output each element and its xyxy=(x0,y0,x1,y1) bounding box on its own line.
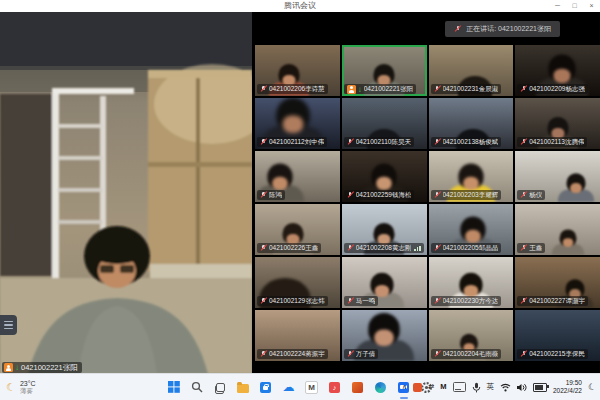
participant-tile[interactable]: 0421002230方今达 xyxy=(429,257,514,308)
volume-icon[interactable] xyxy=(517,383,527,392)
participant-tile[interactable]: 0421002259钱海松 xyxy=(342,151,427,202)
night-mode-icon[interactable]: ☾ xyxy=(587,381,597,393)
search-button[interactable] xyxy=(189,380,204,395)
participant-tile[interactable]: 0421002206李诗慧 xyxy=(255,45,340,96)
mic-muted-icon xyxy=(260,191,267,199)
participant-grid-pane: 正在讲话: 0421002221张阳 0421002206李诗慧↓0421002… xyxy=(255,12,600,374)
close-button[interactable]: × xyxy=(583,0,600,12)
mic-muted-icon xyxy=(520,244,527,252)
tray-expand-button[interactable]: ∧ xyxy=(402,383,407,391)
participant-tile[interactable]: 0421002227谭灏宇 xyxy=(515,257,600,308)
download-arrow-icon: ↓ xyxy=(358,85,362,94)
participant-tile[interactable]: 0421002204毛雨薇 xyxy=(429,310,514,361)
title-bar: 腾讯会议 ─ □ × xyxy=(0,0,600,12)
mic-muted-icon xyxy=(260,85,267,93)
keyboard-icon[interactable] xyxy=(453,382,466,392)
participant-tile[interactable]: 0421002110陈昊天 xyxy=(342,98,427,149)
participant-name: 0421002138杨俊斌 xyxy=(443,138,499,147)
mic-muted-icon xyxy=(347,297,354,305)
office-app-button[interactable] xyxy=(350,380,365,395)
participant-name: 0421002204毛雨薇 xyxy=(443,350,499,359)
folder-icon xyxy=(237,384,249,393)
window-title: 腾讯会议 xyxy=(284,0,316,12)
m-app-icon: M xyxy=(305,381,318,394)
battery-icon[interactable] xyxy=(533,383,547,392)
participant-tile[interactable]: 0421002138杨俊斌 xyxy=(429,98,514,149)
participant-nameplate: 0421002230方今达 xyxy=(431,296,502,306)
mic-muted-icon xyxy=(260,297,267,305)
participant-nameplate: 0421002205邹晶晶 xyxy=(431,243,502,253)
m-app-button[interactable]: M xyxy=(304,380,319,395)
mic-muted-icon xyxy=(260,138,267,146)
task-view-icon xyxy=(215,383,225,392)
mic-muted-icon xyxy=(520,138,527,146)
file-explorer-button[interactable] xyxy=(235,380,250,395)
participant-nameplate: 0421002259钱海松 xyxy=(344,190,415,200)
windows-logo-icon xyxy=(168,381,180,393)
participant-tile[interactable]: 0421002203李耀辉 xyxy=(429,151,514,202)
clock[interactable]: 19:50 2022/4/22 xyxy=(553,379,582,395)
participant-name: 0421002203李耀辉 xyxy=(443,191,499,200)
task-view-button[interactable] xyxy=(212,380,227,395)
participant-tile[interactable]: ↓0421002221张阳 xyxy=(342,45,427,96)
main-video-tile[interactable]: ↓ 0421002221张阳 xyxy=(0,12,252,374)
minimize-button[interactable]: ─ xyxy=(549,0,566,12)
participant-tile[interactable]: 0421002112刘中伟 xyxy=(255,98,340,149)
taskbar-center-icons: ☁ M ♪ xyxy=(166,374,434,400)
participant-tile[interactable]: 0421002205邹晶晶 xyxy=(429,204,514,255)
mic-muted-icon xyxy=(347,138,354,146)
participant-list-toggle[interactable] xyxy=(0,315,17,335)
participant-silhouette xyxy=(556,170,596,202)
participant-tile[interactable]: 0421002226王鑫 xyxy=(255,204,340,255)
edge-button[interactable] xyxy=(373,380,388,395)
swap-arrows-icon[interactable]: ⇄ xyxy=(428,383,434,391)
participant-nameplate: 0421002215李保民 xyxy=(517,349,588,359)
dorm-room-video xyxy=(0,12,252,374)
store-button[interactable] xyxy=(258,380,273,395)
mic-muted-icon xyxy=(347,244,354,252)
edge-browser-icon xyxy=(375,382,386,393)
tray-m-icon[interactable]: M xyxy=(440,383,446,391)
participant-tile[interactable]: 马一鸣 xyxy=(342,257,427,308)
participant-tile[interactable]: 万子倩 xyxy=(342,310,427,361)
weather-widget[interactable]: ☾ 23°C 薄雾 xyxy=(6,374,36,400)
self-nameplate: ↓ 0421002221张阳 xyxy=(2,362,82,373)
participant-tile[interactable]: 陈鸿 xyxy=(255,151,340,202)
participant-name: 0421002206李诗慧 xyxy=(269,85,325,94)
mic-muted-icon xyxy=(434,297,441,305)
participant-nameplate: 0421002224蒋振宇 xyxy=(257,349,328,359)
speaking-label: 正在讲话: 0421002221张阳 xyxy=(466,24,551,34)
ime-language-indicator[interactable]: 英 xyxy=(487,383,495,391)
participant-nameplate: ↓0421002221张阳 xyxy=(344,84,416,94)
participant-name: 0421002209杨志强 xyxy=(529,85,585,94)
participant-silhouette xyxy=(550,226,585,255)
participant-nameplate: 0421002227谭灏宇 xyxy=(517,296,588,306)
participant-tile[interactable]: 0421002231金晨淑 xyxy=(429,45,514,96)
participant-nameplate: 0421002209杨志强 xyxy=(517,84,588,94)
mic-muted-icon xyxy=(434,138,441,146)
wifi-icon[interactable] xyxy=(500,383,511,392)
participant-tile[interactable]: 0421002209杨志强 xyxy=(515,45,600,96)
participant-tile[interactable]: 0421002224蒋振宇 xyxy=(255,310,340,361)
participant-tile[interactable]: 0421002113沈腾伟 xyxy=(515,98,600,149)
participant-name: 0421002230方今达 xyxy=(443,297,499,306)
participant-nameplate: 王鑫 xyxy=(517,243,545,253)
participant-tile[interactable]: 0421002129张志炜 xyxy=(255,257,340,308)
onedrive-button[interactable]: ☁ xyxy=(281,380,296,395)
participant-name: 0421002226王鑫 xyxy=(269,244,318,253)
weather-condition: 薄雾 xyxy=(20,387,36,394)
meeting-tray-icon[interactable] xyxy=(413,383,422,392)
tray-date: 2022/4/22 xyxy=(553,387,582,395)
start-button[interactable] xyxy=(166,380,181,395)
network-signal-icon xyxy=(414,245,421,251)
microphone-icon[interactable] xyxy=(472,382,481,393)
participant-tile[interactable]: 0421002215李保民 xyxy=(515,310,600,361)
participant-tile[interactable]: 0421002208黄志刚 xyxy=(342,204,427,255)
maximize-button[interactable]: □ xyxy=(566,0,583,12)
participant-tile[interactable]: 王鑫 xyxy=(515,204,600,255)
participant-tile[interactable]: 杨仪 xyxy=(515,151,600,202)
mic-muted-icon xyxy=(347,191,354,199)
mic-muted-icon xyxy=(260,350,267,358)
music-app-button[interactable]: ♪ xyxy=(327,380,342,395)
store-bag-icon xyxy=(260,382,271,393)
